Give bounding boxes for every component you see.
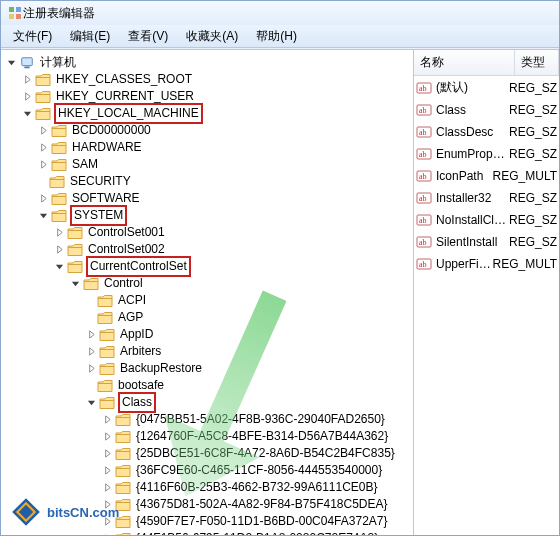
tree-item[interactable]: AppID — [5, 326, 413, 343]
list-row[interactable]: ClassDescREG_SZ — [414, 121, 559, 143]
tree-label: {4590F7E7-F050-11D1-B6BD-00C04FA372A7} — [134, 513, 390, 530]
tree-label: Class — [118, 392, 156, 413]
tree-item-control[interactable]: Control — [5, 275, 413, 292]
window-title: 注册表编辑器 — [23, 5, 95, 22]
menu-favorites[interactable]: 收藏夹(A) — [178, 26, 246, 47]
value-name: IconPath — [436, 169, 493, 183]
tree-item[interactable]: {43675D81-502A-4A82-9F84-B75F418C5DEA} — [5, 496, 413, 513]
tree-item[interactable]: BCD00000000 — [5, 122, 413, 139]
menu-help[interactable]: 帮助(H) — [248, 26, 305, 47]
tree-item[interactable]: SECURITY — [5, 173, 413, 190]
expander-icon[interactable] — [85, 346, 97, 358]
tree-item[interactable]: bootsafe — [5, 377, 413, 394]
expander-icon[interactable] — [53, 261, 65, 273]
tree-root[interactable]: 计算机 — [5, 54, 413, 71]
tree-item[interactable]: AGP — [5, 309, 413, 326]
tree-item[interactable]: ACPI — [5, 292, 413, 309]
expander-icon[interactable] — [37, 193, 49, 205]
expander-icon[interactable] — [85, 329, 97, 341]
tree-item[interactable]: {36FC9E60-C465-11CF-8056-444553540000} — [5, 462, 413, 479]
tree-label: Control — [102, 275, 145, 292]
folder-icon — [67, 260, 83, 274]
expander-icon[interactable] — [85, 363, 97, 375]
list-row[interactable]: IconPathREG_MULT — [414, 165, 559, 187]
expander-icon[interactable] — [101, 465, 113, 477]
tree-item[interactable]: {1264760F-A5C8-4BFE-B314-D56A7B44A362} — [5, 428, 413, 445]
list-row[interactable]: Installer32REG_SZ — [414, 187, 559, 209]
tree-item-system[interactable]: SYSTEM — [5, 207, 413, 224]
tree-item-hklm[interactable]: HKEY_LOCAL_MACHINE — [5, 105, 413, 122]
list-row[interactable]: EnumPropPag...REG_SZ — [414, 143, 559, 165]
tree-label: HKEY_LOCAL_MACHINE — [54, 103, 203, 124]
expander-icon[interactable] — [101, 448, 113, 460]
expander-icon[interactable] — [101, 482, 113, 494]
tree-item[interactable]: ControlSet001 — [5, 224, 413, 241]
tree-label: AppID — [118, 326, 155, 343]
tree-item[interactable]: {4116F60B-25B3-4662-B732-99A6111CE0B} — [5, 479, 413, 496]
tree-label: SAM — [70, 156, 100, 173]
expander-icon[interactable] — [53, 244, 65, 256]
folder-icon — [97, 379, 113, 393]
value-name: Class — [436, 103, 509, 117]
tree-item[interactable]: SAM — [5, 156, 413, 173]
tree-item[interactable]: {4590F7E7-F050-11D1-B6BD-00C04FA372A7} — [5, 513, 413, 530]
expander-icon[interactable] — [37, 142, 49, 154]
string-value-icon — [416, 80, 432, 96]
string-value-icon — [416, 146, 432, 162]
tree-item[interactable]: {25DBCE51-6C8F-4A72-8A6D-B54C2B4FC835} — [5, 445, 413, 462]
tree-label: SECURITY — [68, 173, 133, 190]
string-value-icon — [416, 168, 432, 184]
tree-item[interactable]: {0475BB51-5A02-4F8B-936C-29040FAD2650} — [5, 411, 413, 428]
tree-label: CurrentControlSet — [86, 256, 191, 277]
expander-icon[interactable] — [37, 125, 49, 137]
list-row[interactable]: (默认)REG_SZ — [414, 76, 559, 99]
col-header-type[interactable]: 类型 — [515, 50, 559, 75]
folder-icon — [51, 141, 67, 155]
folder-icon — [51, 158, 67, 172]
expander-icon[interactable] — [37, 159, 49, 171]
value-name: ClassDesc — [436, 125, 509, 139]
tree-item-class[interactable]: Class — [5, 394, 413, 411]
menubar: 文件(F) 编辑(E) 查看(V) 收藏夹(A) 帮助(H) — [1, 25, 559, 48]
list-row[interactable]: SilentInstallREG_SZ — [414, 231, 559, 253]
tree-item[interactable]: SOFTWARE — [5, 190, 413, 207]
expander-icon[interactable] — [85, 397, 97, 409]
tree-item-ccs[interactable]: CurrentControlSet — [5, 258, 413, 275]
tree-item[interactable]: ControlSet002 — [5, 241, 413, 258]
value-name: SilentInstall — [436, 235, 509, 249]
expander-icon[interactable] — [101, 414, 113, 426]
value-type: REG_SZ — [509, 191, 557, 205]
list-row[interactable]: NoInstallClassREG_SZ — [414, 209, 559, 231]
expander-icon[interactable] — [21, 74, 33, 86]
menu-view[interactable]: 查看(V) — [120, 26, 176, 47]
folder-icon — [35, 90, 51, 104]
tree-item-hkcr[interactable]: HKEY_CLASSES_ROOT — [5, 71, 413, 88]
expander-icon[interactable] — [53, 227, 65, 239]
values-pane[interactable]: 名称 类型 (默认)REG_SZClassREG_SZClassDescREG_… — [414, 50, 559, 535]
tree-item[interactable]: HARDWARE — [5, 139, 413, 156]
tree-pane[interactable]: 计算机 HKEY_CLASSES_ROOT HKEY_CURRENT_USER … — [1, 50, 414, 535]
folder-icon — [49, 175, 65, 189]
expander-icon[interactable] — [101, 516, 113, 528]
expander-icon[interactable] — [21, 108, 33, 120]
tree-label: ACPI — [116, 292, 148, 309]
string-value-icon — [416, 234, 432, 250]
menu-file[interactable]: 文件(F) — [5, 26, 60, 47]
expander-icon[interactable] — [69, 278, 81, 290]
expander-icon[interactable] — [101, 533, 113, 536]
col-header-name[interactable]: 名称 — [414, 50, 515, 75]
menu-edit[interactable]: 编辑(E) — [62, 26, 118, 47]
tree-item[interactable]: Arbiters — [5, 343, 413, 360]
expander-icon[interactable] — [37, 210, 49, 222]
list-row[interactable]: ClassREG_SZ — [414, 99, 559, 121]
expander-icon[interactable] — [101, 499, 113, 511]
tree-label: BCD00000000 — [70, 122, 153, 139]
expander-icon[interactable] — [21, 91, 33, 103]
client-area: 计算机 HKEY_CLASSES_ROOT HKEY_CURRENT_USER … — [1, 49, 559, 535]
list-row[interactable]: UpperFiltersREG_MULT — [414, 253, 559, 275]
expander-icon[interactable] — [101, 431, 113, 443]
string-value-icon — [416, 124, 432, 140]
expander-icon[interactable] — [5, 57, 17, 69]
tree-item[interactable]: BackupRestore — [5, 360, 413, 377]
tree-item[interactable]: {44F1B56-6795-11D2-B1A8-0080C72E74A2} — [5, 530, 413, 535]
